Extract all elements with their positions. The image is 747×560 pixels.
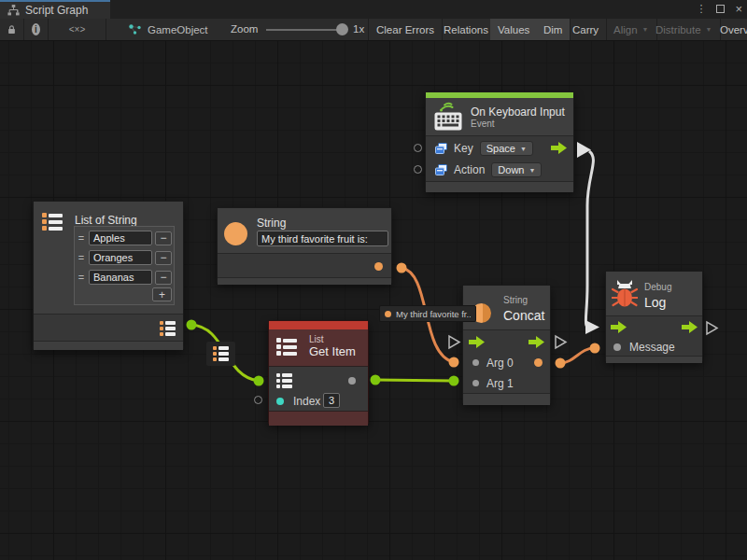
maximize-icon[interactable] xyxy=(716,5,725,13)
node-footer xyxy=(426,181,573,192)
node-category: Debug xyxy=(644,282,671,292)
close-icon[interactable]: × xyxy=(735,3,742,15)
tab-script-graph[interactable]: Script Graph xyxy=(0,0,110,19)
node-on-keyboard-input[interactable]: On Keyboard Input Event Key Space▼ xyxy=(425,91,574,192)
list-output-port[interactable] xyxy=(160,321,176,336)
tab-bar: Script Graph ⋮ × xyxy=(0,0,747,19)
overview-button[interactable]: Overv xyxy=(712,19,747,40)
flow-output-port[interactable] xyxy=(682,321,698,333)
info-icon: i xyxy=(32,23,40,35)
lock-button[interactable] xyxy=(0,19,24,40)
key-label: Key xyxy=(454,142,473,155)
wire-endpoint-dot xyxy=(371,375,381,385)
trigger-output-port[interactable] xyxy=(551,142,567,154)
clear-errors-button[interactable]: Clear Errors xyxy=(368,19,443,40)
remove-item-button[interactable]: − xyxy=(155,271,172,285)
action-dropdown[interactable]: Down▼ xyxy=(491,162,542,177)
action-label: Action xyxy=(454,163,485,176)
graph-toolbar: i <×> GameObject Zoom 1x Clear Errors Re… xyxy=(0,19,747,41)
action-port-row: Action Down▼ xyxy=(435,161,542,179)
add-item-button[interactable]: + xyxy=(152,287,172,301)
flow-output-port[interactable] xyxy=(529,336,544,348)
index-input-port[interactable] xyxy=(276,398,284,405)
node-string-concat[interactable]: String Concat Arg 0 Arg 1 xyxy=(462,285,551,404)
node-title: Concat xyxy=(503,308,544,323)
item-output-port[interactable] xyxy=(348,377,356,385)
node-footer xyxy=(606,356,702,363)
wire-endpoint-dot xyxy=(449,376,459,386)
window-controls: ⋮ × xyxy=(696,0,742,18)
error-accent-bar xyxy=(269,321,368,329)
node-list-of-string[interactable]: List of String = Apples − = Oranges − = xyxy=(33,201,184,350)
arg0-input-port[interactable] xyxy=(472,359,479,366)
flow-hint-triangle xyxy=(449,336,459,348)
node-footer xyxy=(463,393,550,405)
node-title: String xyxy=(257,217,286,230)
node-header: String My third favorite fruit is: xyxy=(218,208,391,253)
key-input-port-ring[interactable] xyxy=(414,144,422,152)
graph-canvas[interactable]: On Keyboard Input Event Key Space▼ xyxy=(0,41,747,560)
zoom-value: 1x xyxy=(353,23,364,35)
node-string-literal[interactable]: String My third favorite fruit is: xyxy=(217,207,392,284)
node-body xyxy=(218,253,391,277)
flow-wire-arrowhead xyxy=(577,142,591,158)
result-output-port[interactable] xyxy=(534,358,543,367)
wire-getitem-to-concat[interactable] xyxy=(375,380,454,381)
control-wire-keyboard-to-log[interactable] xyxy=(585,151,593,326)
node-debug-log[interactable]: Debug Log Message xyxy=(605,271,703,362)
drag-handle-icon[interactable]: = xyxy=(77,252,86,263)
drag-handle-icon[interactable]: = xyxy=(77,272,86,283)
distribute-dropdown[interactable]: Distribute▼ xyxy=(648,19,721,40)
action-input-port-ring[interactable] xyxy=(414,165,422,174)
tab-title: Script Graph xyxy=(25,4,88,17)
node-subtitle: Event xyxy=(471,119,565,129)
inspect-button[interactable]: i xyxy=(24,19,49,40)
zoom-label: Zoom xyxy=(231,23,258,35)
values-toggle[interactable]: Values xyxy=(490,19,538,40)
node-category: String xyxy=(503,295,528,305)
code-icon: <×> xyxy=(69,24,86,35)
carry-toggle[interactable]: Carry xyxy=(565,19,607,40)
list-item-input[interactable]: Apples xyxy=(89,231,152,245)
list-item-row: = Oranges − xyxy=(77,248,172,267)
window-menu-icon[interactable]: ⋮ xyxy=(696,3,706,15)
node-title: On Keyboard Input xyxy=(471,105,565,119)
string-output-port[interactable] xyxy=(374,262,383,271)
chevron-down-icon: ▼ xyxy=(520,146,527,152)
list-icon xyxy=(276,338,297,356)
flow-input-port[interactable] xyxy=(469,336,485,348)
keyboard-event-icon xyxy=(433,101,463,133)
node-footer xyxy=(218,277,391,285)
node-header: List of String = Apples − = Oranges − = xyxy=(34,202,183,314)
node-footer xyxy=(34,341,183,350)
remove-item-button[interactable]: − xyxy=(155,231,172,245)
zoom-slider-track[interactable] xyxy=(266,29,345,31)
zoom-slider-handle[interactable] xyxy=(336,23,348,35)
gameobject-label[interactable]: GameObject xyxy=(148,24,208,35)
node-body xyxy=(34,314,183,341)
node-get-item-error[interactable]: List Get Item Index 3 xyxy=(268,320,369,425)
arg1-input-port[interactable] xyxy=(472,380,479,386)
list-inline-editor: = Apples − = Oranges − = Bananas − xyxy=(74,226,175,305)
list-item-input[interactable]: Oranges xyxy=(89,250,152,265)
list-input-port[interactable] xyxy=(276,373,292,388)
drag-handle-icon[interactable]: = xyxy=(77,232,86,244)
list-value-icon xyxy=(213,346,229,361)
list-item-input[interactable]: Bananas xyxy=(89,270,152,285)
flow-input-port[interactable] xyxy=(611,321,627,333)
edit-source-button[interactable]: <×> xyxy=(49,19,106,40)
message-input-port[interactable] xyxy=(613,343,621,351)
index-port-ring[interactable] xyxy=(254,396,262,404)
string-value-input[interactable]: My third favorite fruit is: xyxy=(257,231,388,246)
message-label: Message xyxy=(629,341,675,354)
remove-item-button[interactable]: − xyxy=(155,251,172,265)
wire-endpoint-dot xyxy=(254,376,264,386)
index-value-input[interactable]: 3 xyxy=(323,393,340,408)
wire-concat-to-log[interactable] xyxy=(560,348,594,363)
script-machine-icon xyxy=(128,23,142,35)
key-dropdown[interactable]: Space▼ xyxy=(480,141,533,156)
arg1-label: Arg 1 xyxy=(486,377,514,390)
add-item-row: + xyxy=(77,287,172,302)
flow-wire-arrowhead xyxy=(585,320,599,334)
relations-button[interactable]: Relations xyxy=(436,19,497,40)
